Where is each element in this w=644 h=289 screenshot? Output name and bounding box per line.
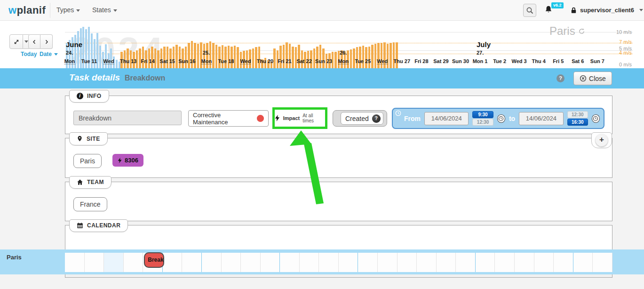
menu-types[interactable]: Types: [56, 0, 80, 20]
status-selector[interactable]: Created ?: [341, 112, 383, 125]
tag-paris[interactable]: Paris: [73, 154, 102, 168]
today-button[interactable]: Today: [21, 51, 37, 57]
tag-8306[interactable]: 8306: [112, 154, 143, 167]
wind-forecast-bar: [179, 47, 181, 68]
from-time-option-2[interactable]: 12:30: [472, 119, 493, 126]
task-name-field[interactable]: Breakdown: [73, 111, 182, 125]
previous-period-button[interactable]: [28, 34, 40, 49]
wind-forecast-bar: [234, 46, 236, 68]
to-date-field[interactable]: 14/06/2024: [519, 112, 563, 125]
calendar-cell[interactable]: [104, 253, 124, 272]
search-button[interactable]: [523, 4, 536, 17]
calendar-tab-label: CALENDAR: [87, 222, 120, 229]
nav-divider: [50, 3, 50, 18]
calendar-cell[interactable]: [124, 253, 143, 272]
calendar-cell[interactable]: [241, 253, 261, 272]
chevron-down-icon: [76, 9, 80, 12]
calendar-cell[interactable]: [65, 253, 85, 272]
wind-forecast-bar: [163, 47, 166, 68]
tag-france[interactable]: France: [73, 197, 107, 211]
from-date-field[interactable]: 14/06/2024: [424, 112, 469, 125]
next-period-button[interactable]: [40, 34, 53, 49]
expand-range-button[interactable]: [9, 34, 23, 49]
app-logo[interactable]: wplanif: [8, 0, 46, 20]
calendar-cell[interactable]: [456, 253, 476, 272]
expand-arrows-icon: [13, 39, 20, 45]
calendar-icon: [77, 222, 83, 229]
wind-forecast-bar: [255, 47, 257, 68]
from-time-picker-button[interactable]: [497, 114, 505, 123]
day-label: Mon: [64, 58, 75, 64]
date-dropdown-button[interactable]: Date: [40, 51, 58, 57]
date-range-group: From 14/06/2024 9:30 12:30 to 14/06/2024…: [392, 108, 604, 129]
to-time-option-1[interactable]: 12:30: [567, 111, 588, 118]
user-menu[interactable]: supervisor_client6: [570, 0, 643, 20]
calendar-cell[interactable]: [85, 253, 104, 272]
impact-label: Impact: [283, 115, 300, 121]
calendar-cell[interactable]: [378, 253, 398, 272]
add-site-tab: +: [591, 132, 612, 148]
impact-value: At all times: [302, 113, 325, 123]
calendar-cell[interactable]: [398, 253, 417, 272]
menu-states-label: States: [92, 6, 111, 14]
calendar-cell[interactable]: [573, 253, 593, 272]
calendar-cell[interactable]: [515, 253, 534, 272]
wind-forecast-bar: [359, 47, 361, 68]
add-site-button[interactable]: +: [596, 134, 608, 146]
menu-states[interactable]: States: [92, 0, 117, 20]
day-label: Sat 29: [433, 58, 448, 64]
day-label: Sun 7: [590, 58, 604, 64]
calendar-cell[interactable]: [222, 253, 241, 272]
wind-forecast-bar: [371, 45, 374, 68]
day-label: Thu 27: [394, 58, 410, 64]
wind-forecast-bar: [390, 43, 392, 68]
day-label: Sun 16: [178, 58, 195, 64]
chevron-down-icon: [24, 40, 28, 43]
calendar-cell[interactable]: [593, 253, 612, 272]
calendar-cell[interactable]: [202, 253, 222, 272]
help-icon[interactable]: ?: [557, 74, 564, 82]
calendar-cell[interactable]: [280, 253, 300, 272]
impact-button[interactable]: Impact At all times: [272, 107, 327, 129]
wind-forecast-bar: [188, 43, 190, 68]
calendar-cell[interactable]: [300, 253, 319, 272]
status-label: Created: [345, 115, 369, 122]
close-button[interactable]: Close: [573, 72, 612, 85]
from-time-option-1[interactable]: 9:30: [472, 111, 493, 118]
day-label: Mon: [338, 58, 349, 64]
calendar-cell[interactable]: [417, 253, 437, 272]
clock-icon: [498, 116, 504, 121]
wind-forecast-bar: [191, 41, 193, 68]
wind-forecast-bar: [362, 46, 365, 68]
day-label: Fri 21: [278, 58, 291, 64]
wind-forecast-bar: [295, 47, 297, 68]
wind-forecast-bar: [273, 48, 276, 68]
calendar-cell[interactable]: [261, 253, 280, 272]
calendar-cell[interactable]: [437, 253, 456, 272]
scheduled-task-breakdown[interactable]: Break: [144, 252, 164, 268]
calendar-cell[interactable]: [319, 253, 339, 272]
day-label: Mon 1: [473, 58, 488, 64]
calendar-cell[interactable]: [163, 253, 183, 272]
calendar-cell[interactable]: [339, 253, 358, 272]
wind-forecast-bar: [175, 45, 178, 68]
home-icon: [77, 179, 83, 185]
date-dropdown-label: Date: [40, 51, 52, 57]
chevron-left-icon: [32, 39, 37, 45]
calendar-cell[interactable]: [358, 253, 378, 272]
calendar-cell[interactable]: [534, 253, 554, 272]
to-time-option-2[interactable]: 16:30: [567, 119, 588, 126]
close-button-label: Close: [589, 75, 606, 82]
calendar-cell[interactable]: [182, 253, 202, 272]
day-label: Tue 11: [81, 58, 97, 64]
to-time-picker-button[interactable]: [592, 114, 600, 123]
wind-forecast-bar: [258, 47, 261, 68]
gridline-7ms: [65, 43, 633, 43]
calendar-cell[interactable]: [476, 253, 495, 272]
task-type-selector[interactable]: Corrective Maintenance: [188, 110, 269, 127]
status-help-badge[interactable]: ?: [372, 114, 381, 123]
calendar-cell[interactable]: [554, 253, 573, 272]
version-badge[interactable]: v6.2: [551, 2, 564, 8]
calendar-cell[interactable]: [495, 253, 515, 272]
refresh-icon[interactable]: [578, 28, 585, 35]
